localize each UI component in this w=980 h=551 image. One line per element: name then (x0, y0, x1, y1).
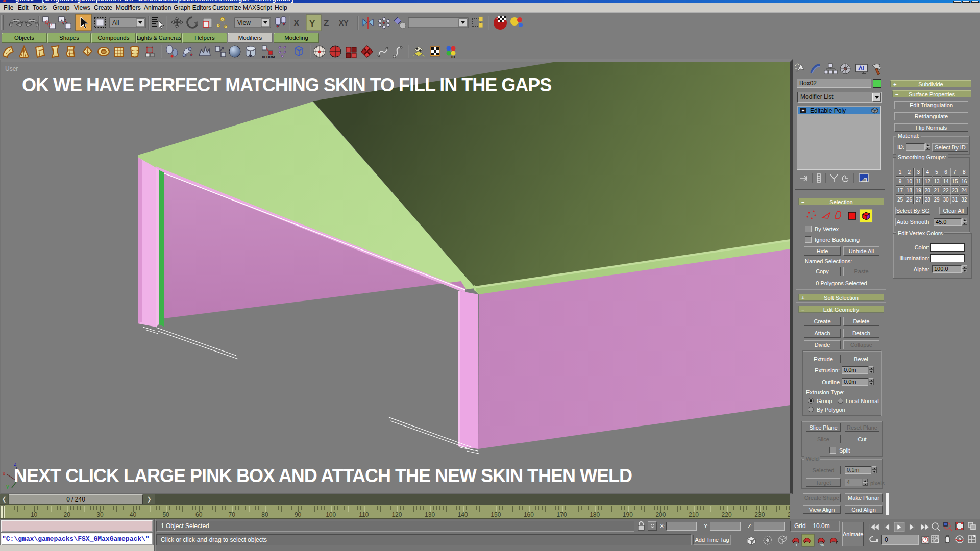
svg-text:View: View (237, 19, 251, 27)
svg-text:XY: XY (339, 19, 349, 27)
svg-text:Y: Y (309, 19, 315, 29)
svg-text:X: X (293, 18, 300, 28)
svg-text:ID: ID (451, 55, 455, 59)
svg-text:%: % (820, 543, 824, 547)
svg-text:XFORM: XFORM (262, 55, 275, 59)
svg-text:All: All (112, 19, 119, 27)
svg-text:Z: Z (324, 18, 329, 28)
svg-text:x: x (3, 470, 6, 477)
svg-text:y: y (6, 483, 9, 489)
svg-text:3: 3 (795, 543, 797, 547)
